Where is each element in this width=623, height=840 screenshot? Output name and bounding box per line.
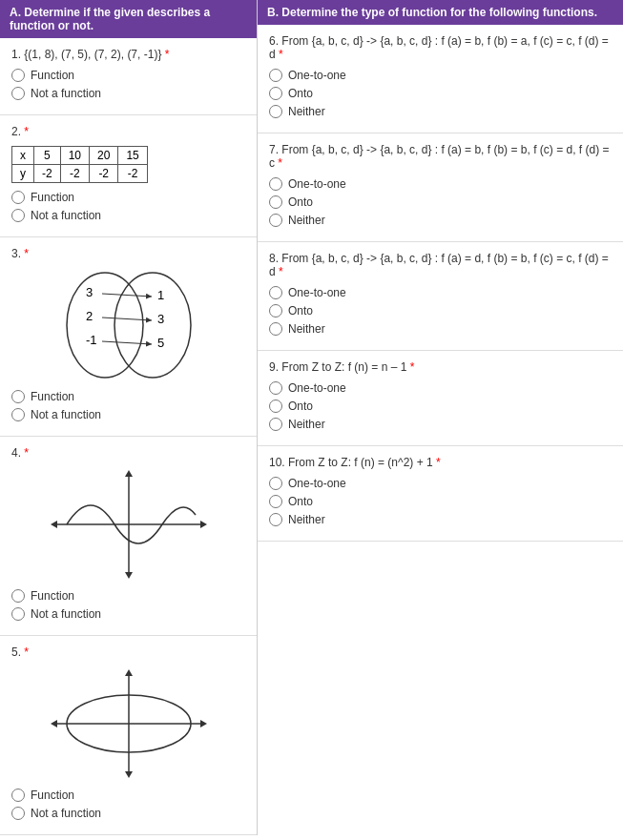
question-5: 5. * Function Not a function: [0, 636, 257, 835]
q9-label-neither: Neither: [288, 418, 325, 431]
q6-option-one-to-one[interactable]: One-to-one: [269, 69, 612, 82]
q10-option-onto[interactable]: Onto: [269, 495, 612, 508]
table-y-2: -2: [60, 165, 89, 183]
table-y-1: -2: [34, 165, 61, 183]
q2-required: *: [24, 125, 29, 138]
q4-option-not-function[interactable]: Not a function: [11, 607, 245, 621]
q8-option-onto[interactable]: Onto: [269, 304, 612, 318]
q4-radio-not-function[interactable]: [11, 607, 25, 621]
svg-point-1: [114, 273, 191, 378]
q9-option-onto[interactable]: Onto: [269, 400, 612, 413]
q1-number: 1. {(1, 8), (7, 5), (7, 2), (7, -1)}: [11, 48, 161, 61]
svg-text:3: 3: [86, 285, 93, 299]
q7-option-neither[interactable]: Neither: [269, 214, 612, 227]
left-column: A. Determine if the given describes a fu…: [0, 0, 258, 835]
svg-text:1: 1: [157, 288, 164, 302]
q9-radio-neither[interactable]: [269, 418, 282, 431]
venn-diagram-svg: 3 2 -1 1 3 5: [52, 268, 205, 382]
q3-option-not-function[interactable]: Not a function: [11, 408, 245, 421]
q6-option-onto[interactable]: Onto: [269, 87, 612, 100]
q5-label-not-function: Not a function: [31, 807, 101, 820]
q9-radio-onto[interactable]: [269, 400, 282, 413]
q10-radio-onto[interactable]: [269, 495, 282, 508]
q2-option-not-function[interactable]: Not a function: [11, 209, 245, 222]
q10-radio-one-to-one[interactable]: [269, 477, 282, 490]
q3-title: 3. *: [11, 247, 245, 260]
q9-label-one-to-one: One-to-one: [288, 381, 346, 395]
q10-label-onto: Onto: [288, 495, 313, 508]
q6-label-one-to-one: One-to-one: [288, 69, 346, 82]
q4-radio-function[interactable]: [11, 589, 25, 603]
q5-radio-function[interactable]: [11, 789, 25, 802]
q9-label-onto: Onto: [288, 400, 313, 413]
q8-radio-onto[interactable]: [269, 304, 282, 318]
q3-radio-not-function[interactable]: [11, 408, 25, 421]
q10-label-one-to-one: One-to-one: [288, 477, 346, 490]
q2-label-not-function: Not a function: [31, 209, 101, 222]
q2-radio-not-function[interactable]: [11, 209, 25, 222]
q4-label-function: Function: [31, 589, 74, 603]
svg-marker-13: [125, 572, 133, 579]
q10-radio-neither[interactable]: [269, 513, 282, 526]
q9-radio-one-to-one[interactable]: [269, 381, 282, 395]
q7-title: 7. From {a, b, c, d} -> {a, b, c, d} : f…: [269, 143, 612, 170]
q7-label-onto: Onto: [288, 195, 313, 209]
left-header: A. Determine if the given describes a fu…: [0, 0, 257, 38]
q1-required: *: [165, 48, 170, 61]
table-y-3: -2: [90, 165, 118, 183]
q7-option-one-to-one[interactable]: One-to-one: [269, 177, 612, 191]
q1-option-function[interactable]: Function: [11, 69, 245, 82]
q9-option-one-to-one[interactable]: One-to-one: [269, 381, 612, 395]
q8-required: *: [279, 265, 283, 278]
q2-radio-function[interactable]: [11, 191, 25, 204]
q4-option-function[interactable]: Function: [11, 589, 245, 603]
q7-radio-onto[interactable]: [269, 195, 282, 209]
q3-option-function[interactable]: Function: [11, 390, 245, 403]
q8-radio-neither[interactable]: [269, 322, 282, 336]
q5-diagram: [11, 666, 245, 781]
q5-radio-not-function[interactable]: [11, 807, 25, 820]
q8-title: 8. From {a, b, c, d} -> {a, b, c, d} : f…: [269, 252, 612, 278]
table-x-5: 5: [34, 147, 61, 165]
q8-option-one-to-one[interactable]: One-to-one: [269, 286, 612, 299]
q3-radio-function[interactable]: [11, 390, 25, 403]
q1-radio-function[interactable]: [11, 69, 25, 82]
ellipse-diagram-svg: [48, 666, 210, 781]
q6-radio-neither[interactable]: [269, 105, 282, 118]
q8-label-onto: Onto: [288, 304, 313, 318]
q5-option-function[interactable]: Function: [11, 789, 245, 802]
q7-option-onto[interactable]: Onto: [269, 195, 612, 209]
q7-label-one-to-one: One-to-one: [288, 177, 346, 191]
q10-option-neither[interactable]: Neither: [269, 513, 612, 526]
svg-marker-12: [125, 470, 133, 477]
q1-option-not-function[interactable]: Not a function: [11, 87, 245, 100]
q5-title: 5. *: [11, 645, 245, 659]
question-6: 6. From {a, b, c, d} -> {a, b, c, d} : f…: [258, 25, 623, 133]
q6-option-neither[interactable]: Neither: [269, 105, 612, 118]
q7-radio-one-to-one[interactable]: [269, 177, 282, 191]
q4-title: 4. *: [11, 446, 245, 460]
svg-marker-18: [125, 669, 133, 676]
q7-radio-neither[interactable]: [269, 214, 282, 227]
svg-line-9: [102, 318, 152, 320]
q1-radio-not-function[interactable]: [11, 87, 25, 100]
right-column: B. Determine the type of function for th…: [258, 0, 623, 835]
q10-option-one-to-one[interactable]: One-to-one: [269, 477, 612, 490]
q9-title: 9. From Z to Z: f (n) = n – 1 *: [269, 360, 612, 374]
q6-radio-onto[interactable]: [269, 87, 282, 100]
table-header-x: x: [12, 147, 34, 165]
arrow-diagram-svg: [48, 467, 210, 582]
q8-radio-one-to-one[interactable]: [269, 286, 282, 299]
q2-option-function[interactable]: Function: [11, 191, 245, 204]
svg-marker-15: [51, 521, 57, 528]
svg-text:-1: -1: [86, 333, 97, 347]
q8-option-neither[interactable]: Neither: [269, 322, 612, 336]
q2-table: x 5 10 20 15 y -2 -2 -2 -2: [11, 146, 148, 183]
q4-required: *: [24, 446, 29, 460]
q9-option-neither[interactable]: Neither: [269, 418, 612, 431]
q6-text: 6. From {a, b, c, d} -> {a, b, c, d} : f…: [269, 34, 609, 61]
q6-radio-one-to-one[interactable]: [269, 69, 282, 82]
q5-option-not-function[interactable]: Not a function: [11, 807, 245, 820]
svg-marker-16: [200, 521, 207, 528]
q6-label-neither: Neither: [288, 105, 325, 118]
